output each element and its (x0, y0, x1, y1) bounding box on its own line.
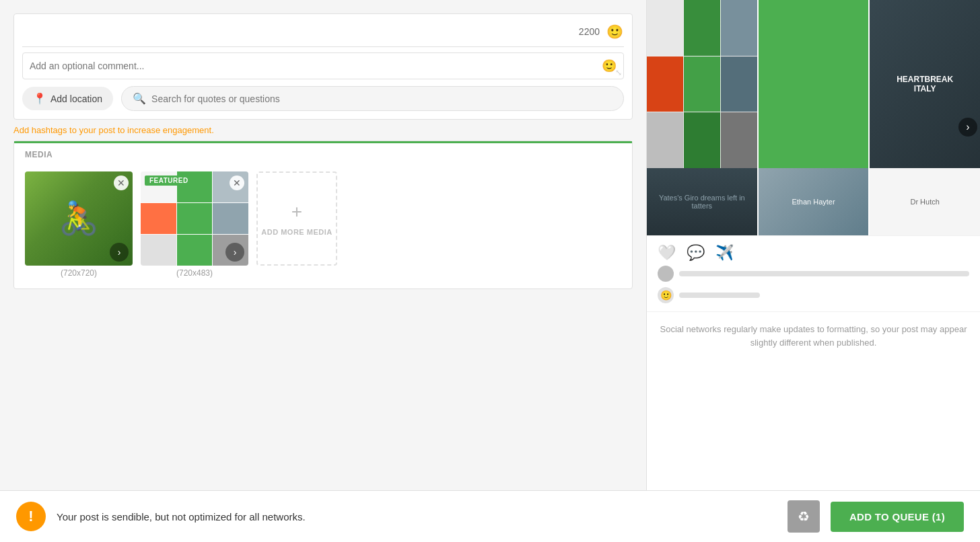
comment-row: 🙂 ⤡ (22, 52, 624, 79)
left-panel: 2200 🙂 🙂 ⤡ 📍 Add location 🔍 Add hash (0, 0, 646, 542)
bottom-bar: ! Your post is sendible, but not optimiz… (0, 490, 980, 542)
media-size-2: (720x483) (176, 268, 213, 278)
resize-handle: ⤡ (615, 68, 622, 77)
progress-placeholder (647, 266, 980, 287)
preview-cell-2: CYCLINGWEEKLY (759, 0, 869, 168)
heart-icon[interactable]: 🤍 (658, 244, 676, 262)
search-icon: 🔍 (133, 92, 146, 105)
preview-images-bottom: Yates's Giro dreams left in tatters Etha… (647, 168, 980, 235)
preview-images-top: CYCLINGWEEKLY HEARTBREAKITALY (647, 0, 980, 168)
avatar (658, 266, 674, 282)
warning-exclamation: ! (28, 508, 33, 525)
media-size-1: (720x720) (61, 268, 97, 278)
mag-cell-4 (141, 203, 176, 234)
share-icon[interactable]: ✈️ (715, 244, 734, 262)
hashtag-tip: Add hashtags to your post to increase en… (0, 120, 646, 141)
preview-cell-3: HEARTBREAKITALY (870, 0, 980, 168)
media-thumb-2-wrapper: FEATURED ✕ › (141, 171, 248, 266)
search-input[interactable] (151, 93, 612, 104)
add-location-label: Add location (50, 93, 102, 104)
preview-magazine-1 (647, 0, 757, 168)
add-icon: + (291, 201, 302, 223)
media-item-2: FEATURED ✕ › (720x483) (141, 171, 248, 278)
remove-media-1-button[interactable]: ✕ (114, 176, 129, 190)
remove-media-2-button[interactable]: ✕ (230, 176, 244, 190)
preview-bottom-text-2: Ethan Hayter (759, 168, 869, 235)
recycle-button[interactable]: ♻ (788, 500, 820, 533)
comment-input[interactable] (30, 61, 602, 71)
comment-placeholder-row: 🙂 (647, 287, 980, 311)
comment-avatar: 🙂 (658, 287, 674, 303)
mag-cell-7 (141, 235, 176, 266)
char-count-row: 2200 🙂 (22, 22, 624, 47)
media-items: ✕ › (720x720) (14, 163, 632, 288)
nav-forward-2-button[interactable]: › (225, 243, 244, 262)
mag-cell-8 (177, 235, 213, 266)
emoji-button[interactable]: 🙂 (605, 22, 624, 41)
preview-bottom-2: Ethan Hayter (759, 168, 869, 235)
preview-cell-1 (647, 0, 757, 168)
char-count: 2200 (579, 26, 600, 37)
comment-icon[interactable]: 💬 (687, 244, 705, 262)
right-panel: CYCLINGWEEKLY HEARTBREAKITALY › Yates's … (646, 0, 980, 542)
media-label: MEDIA (14, 143, 632, 163)
search-bar[interactable]: 🔍 (121, 86, 624, 111)
cycling-preview: CYCLINGWEEKLY (759, 0, 869, 168)
warning-icon: ! (16, 502, 46, 531)
comment-emoji-button[interactable]: 🙂 (602, 59, 617, 73)
location-icon: 📍 (33, 92, 46, 105)
preview-bottom-text-3: Dr Hutch (870, 168, 980, 235)
preview-arrow-right-button[interactable]: › (958, 118, 977, 137)
preview-bottom-3: Dr Hutch (870, 168, 980, 235)
add-more-label: ADD MORE MEDIA (261, 228, 332, 236)
warning-text: Your post is sendible, but not optimized… (57, 511, 777, 522)
preview-notice: Social networks regularly make updates t… (647, 311, 980, 360)
comment-line (679, 293, 760, 298)
preview-social-row: 🤍 💬 ✈️ (647, 235, 980, 266)
nav-forward-button[interactable]: › (110, 243, 129, 262)
add-to-queue-button[interactable]: ADD TO QUEUE (1) (831, 502, 964, 532)
media-section: MEDIA ✕ › (720x720) (13, 141, 633, 289)
composer-area: 2200 🙂 🙂 ⤡ 📍 Add location 🔍 (13, 13, 633, 120)
mag-cell-6 (213, 203, 248, 234)
preview-bottom-1: Yates's Giro dreams left in tatters (647, 168, 757, 235)
add-location-button[interactable]: 📍 Add location (22, 87, 113, 110)
action-row: 📍 Add location 🔍 (22, 86, 624, 111)
add-more-media-button[interactable]: + ADD MORE MEDIA (256, 171, 337, 266)
heartbreak-preview: HEARTBREAKITALY (870, 0, 980, 168)
mag-cell-5 (177, 203, 213, 234)
media-thumb-1-wrapper: ✕ › (25, 171, 133, 266)
progress-bar (679, 271, 969, 276)
featured-badge: FEATURED (145, 176, 193, 186)
media-item-1: ✕ › (720x720) (25, 171, 133, 278)
preview-bottom-text-1: Yates's Giro dreams left in tatters (647, 168, 757, 235)
